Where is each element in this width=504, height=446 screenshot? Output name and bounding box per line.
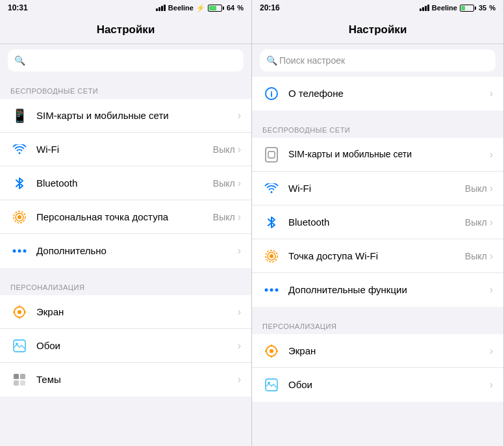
more-icon-left: [10, 242, 29, 260]
svg-point-13: [16, 343, 18, 345]
list-item[interactable]: Экран ›: [0, 295, 251, 329]
time-right: 20:16: [260, 3, 280, 12]
search-bar-left[interactable]: 🔍: [0, 44, 251, 77]
svg-point-22: [270, 254, 273, 258]
battery-right: [460, 5, 476, 12]
svg-point-7: [18, 310, 21, 314]
list-item[interactable]: Bluetooth Выкл ›: [0, 166, 251, 200]
svg-rect-14: [14, 374, 19, 379]
section-header-wireless-left: БЕСПРОВОДНЫЕ СЕТИ: [0, 77, 251, 99]
charging-left: ⚡: [196, 4, 205, 12]
personal-group-left: Экран › Обои ›: [0, 295, 251, 397]
personal-group-right: Экран › Обои ›: [252, 334, 503, 402]
item-content-sim-left: SIM-карты и мобильные сети: [36, 109, 238, 122]
carrier-left: Beeline: [168, 4, 194, 12]
battery-pct-left: 64: [227, 4, 234, 12]
signal-right: [420, 5, 429, 11]
svg-rect-20: [266, 148, 277, 162]
settings-scroll-right: i О телефоне › БЕСПРОВОДНЫЕ СЕТИ: [252, 77, 503, 446]
list-item[interactable]: Персональная точка доступа Выкл ›: [0, 200, 251, 234]
more-icon-right: [262, 281, 281, 299]
hotspot-icon-left: [10, 208, 29, 226]
status-icons-left: Beeline ⚡ 64%: [156, 4, 244, 12]
status-icons-right: Beeline 35%: [420, 4, 496, 12]
list-item[interactable]: Bluetooth Выкл ›: [252, 205, 503, 239]
chevron-sim-left: ›: [238, 110, 241, 122]
left-panel: 10:31 Beeline ⚡ 64% Настройки 🔍: [0, 0, 252, 446]
right-panel: 20:16 Beeline 35% Настройки 🔍: [252, 0, 504, 446]
page-title-left: Настройки: [0, 16, 251, 44]
svg-point-4: [18, 250, 21, 253]
svg-rect-15: [20, 374, 25, 379]
list-item[interactable]: 📱 SIM-карты и мобильные сети ›: [0, 99, 251, 133]
svg-point-3: [13, 250, 16, 253]
battery-pct-right: 35: [479, 4, 486, 12]
wallpaper-icon-right: [262, 376, 281, 394]
search-input-left[interactable]: [8, 49, 244, 72]
svg-point-26: [270, 289, 273, 292]
list-item[interactable]: Дополнительные функции ›: [252, 273, 503, 307]
list-item[interactable]: Экран ›: [252, 334, 503, 368]
svg-rect-21: [268, 151, 275, 158]
wireless-group-left: 📱 SIM-карты и мобильные сети ›: [0, 99, 251, 268]
screen-icon-right: [262, 342, 281, 360]
search-bar-right[interactable]: 🔍: [252, 44, 503, 77]
svg-point-5: [23, 250, 27, 253]
wifi-icon-left: [10, 140, 29, 159]
wallpaper-icon-left: [10, 337, 29, 355]
svg-rect-17: [20, 380, 25, 386]
chevron-wifi-left: ›: [238, 144, 241, 155]
svg-point-25: [265, 289, 268, 292]
search-input-right[interactable]: [260, 49, 496, 72]
section-header-wireless-right: БЕСПРОВОДНЫЕ СЕТИ: [252, 116, 503, 138]
chevron-more-left: ›: [238, 245, 241, 257]
info-icon: i: [262, 85, 281, 103]
screen-icon-left: [10, 303, 29, 321]
list-item[interactable]: SIM-карты и мобильные сети ›: [252, 138, 503, 172]
list-item[interactable]: Дополнительно ›: [0, 234, 251, 268]
themes-icon-left: [10, 371, 29, 389]
list-item[interactable]: Wi-Fi Выкл ›: [252, 172, 503, 205]
wireless-group-right: SIM-карты и мобильные сети › Wi: [252, 138, 503, 307]
divider-1-left: [0, 268, 251, 273]
about-group: i О телефоне ›: [252, 77, 503, 111]
settings-scroll-left: БЕСПРОВОДНЫЕ СЕТИ 📱 SIM-карты и мобильны…: [0, 77, 251, 446]
svg-point-0: [18, 215, 21, 219]
battery-left: [208, 5, 224, 12]
svg-point-27: [275, 289, 279, 292]
hotspot-icon-right: [262, 247, 281, 265]
list-item[interactable]: Точка доступа Wi-Fi Выкл ›: [252, 239, 503, 273]
signal-left: [156, 5, 166, 11]
chevron-bt-left: ›: [238, 177, 241, 189]
sim-icon: 📱: [10, 107, 29, 125]
page-title-right: Настройки: [252, 16, 503, 44]
section-header-personal-right: ПЕРСОНАЛИЗАЦИЯ: [252, 312, 503, 334]
item-right-sim-left: ›: [238, 110, 241, 122]
time-left: 10:31: [8, 3, 28, 12]
sim-icon-right: [262, 146, 281, 164]
list-item[interactable]: i О телефоне ›: [252, 77, 503, 111]
svg-rect-16: [14, 380, 19, 386]
svg-point-29: [270, 349, 273, 353]
wifi-icon-right: [262, 179, 281, 198]
list-item[interactable]: Обои ›: [0, 329, 251, 363]
chevron-hotspot-left: ›: [238, 211, 241, 223]
status-bar-left: 10:31 Beeline ⚡ 64%: [0, 0, 251, 16]
divider-top-right: [252, 111, 503, 116]
bluetooth-icon-left: [10, 174, 29, 192]
bluetooth-icon-right: [262, 213, 281, 231]
list-item[interactable]: Темы ›: [0, 363, 251, 397]
chevron-about: ›: [490, 88, 493, 99]
list-item[interactable]: Обои ›: [252, 368, 503, 402]
svg-point-35: [268, 382, 270, 384]
carrier-right: Beeline: [432, 4, 457, 12]
chevron-sim-right: ›: [490, 149, 493, 161]
section-header-personal-left: ПЕРСОНАЛИЗАЦИЯ: [0, 273, 251, 295]
list-item[interactable]: Wi-Fi Выкл ›: [0, 133, 251, 166]
status-bar-right: 20:16 Beeline 35%: [252, 0, 503, 16]
svg-text:i: i: [270, 89, 273, 99]
divider-personal-right: [252, 307, 503, 312]
